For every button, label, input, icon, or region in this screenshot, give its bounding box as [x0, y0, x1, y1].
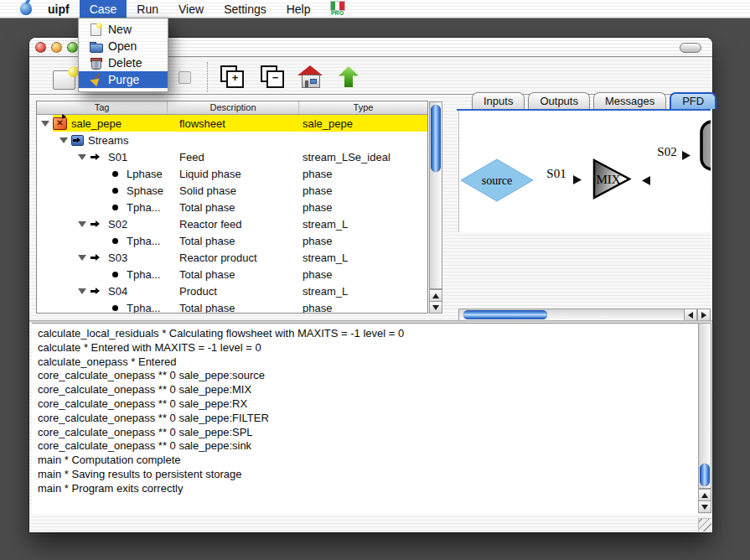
pfd-scroll-right-button[interactable]	[697, 309, 711, 321]
menu-item-delete[interactable]: Delete	[79, 54, 168, 71]
tree-header: Tag Description Type	[37, 101, 427, 115]
log-line: calculate_onepass * Entered	[38, 355, 698, 370]
table-row-s01[interactable]: S01 Feed stream_LSe_ideal	[37, 148, 427, 165]
log-scrollbar-thumb[interactable]	[700, 464, 710, 486]
tag-cell: Tpha...	[127, 235, 160, 247]
menu-item-open[interactable]: Open	[79, 38, 168, 54]
disclosure-triangle-icon[interactable]	[78, 288, 86, 294]
bullet-icon	[108, 184, 122, 197]
log-line: core_calculate_onepass ** 0 sale_pepe:SP…	[38, 426, 698, 440]
disclosure-triangle-icon[interactable]	[41, 121, 49, 127]
table-row-s03[interactable]: S03 Reactor product stream_L	[37, 249, 427, 266]
bullet-icon	[108, 201, 122, 214]
new-document-icon[interactable]	[53, 70, 75, 90]
menubar-item-run[interactable]: Run	[127, 0, 168, 18]
tag-cell: Lphase	[127, 168, 163, 180]
left-triangle-icon	[688, 312, 693, 319]
disclosure-triangle-icon[interactable]	[78, 221, 86, 227]
tree-scroll-down-button[interactable]	[429, 301, 442, 314]
expand-all-icon[interactable]	[220, 65, 244, 88]
close-button[interactable]	[35, 42, 46, 53]
toolbar-collapse-pill-button[interactable]	[680, 43, 701, 53]
table-row-lphase[interactable]: Lphase Liquid phase phase	[37, 165, 427, 182]
stream-arrow-icon	[90, 151, 104, 163]
log-scrollbar-track[interactable]	[698, 323, 711, 489]
log-scroll-up-button[interactable]	[698, 489, 711, 501]
description-cell: Solid phase	[179, 184, 236, 197]
log-output-panel: calculate_local_residuals * Calculating …	[32, 323, 698, 514]
menubar-item-case[interactable]: Case	[80, 0, 127, 18]
tab-outputs[interactable]: Outputs	[528, 92, 590, 109]
menubar-item-view[interactable]: View	[168, 0, 214, 18]
menubar-item-help[interactable]: Help	[277, 0, 321, 18]
flowsheet-icon	[53, 117, 67, 130]
disclosure-triangle-icon[interactable]	[78, 255, 86, 261]
streams-icon	[71, 135, 84, 146]
menu-item-purge[interactable]: Purge	[79, 71, 168, 88]
column-header-description[interactable]: Description	[168, 101, 299, 114]
stream-arrow-icon	[90, 218, 104, 231]
log-line: main * Program exits correctly	[38, 482, 698, 496]
table-row-s04[interactable]: S04 Product stream_L	[37, 283, 427, 299]
tag-cell: Streams	[88, 134, 128, 147]
type-cell: phase	[303, 302, 332, 314]
tag-cell: Tpha...	[127, 201, 160, 214]
pro-badge: PRO	[331, 10, 344, 17]
tag-cell: Tpha...	[127, 302, 160, 314]
tag-cell: S02	[108, 218, 127, 231]
up-arrow-icon[interactable]	[339, 66, 359, 87]
disabled-checkbox	[178, 71, 191, 84]
tree-body: sale_pepe flowsheet sale_pepe Streams S0…	[37, 115, 427, 314]
menubar-item-settings[interactable]: Settings	[214, 0, 277, 18]
bullet-icon	[108, 302, 122, 314]
table-row-s02[interactable]: S02 Reactor feed stream_L	[37, 215, 427, 232]
table-row-tpha-[interactable]: Tpha... Total phase phase	[37, 266, 427, 283]
tree-scroll-up-button[interactable]	[429, 289, 442, 302]
disclosure-triangle-icon[interactable]	[78, 154, 86, 160]
apple-menu-icon[interactable]	[20, 3, 32, 15]
tree-scrollbar-thumb[interactable]	[431, 105, 441, 172]
column-header-tag[interactable]: Tag	[37, 101, 168, 114]
case-menu-dropdown: New Open Delete Purge	[78, 18, 168, 92]
tree-scrollbar-track[interactable]	[429, 101, 442, 289]
resize-grip[interactable]	[698, 518, 711, 531]
zoom-button[interactable]	[67, 42, 78, 53]
pfd-scroll-left-button[interactable]	[684, 309, 697, 321]
table-row-tpha-[interactable]: Tpha... Total phase phase	[37, 199, 427, 215]
menubar: uipf Case Run View Settings Help PRO	[0, 0, 750, 18]
tab-inputs[interactable]: Inputs	[472, 92, 525, 109]
type-cell: stream_L	[303, 251, 348, 264]
tag-cell: sale_pepe	[71, 117, 122, 130]
home-icon[interactable]	[297, 65, 323, 88]
table-row-sale-pepe[interactable]: sale_pepe flowsheet sale_pepe	[37, 115, 427, 132]
menu-item-label: Open	[108, 39, 137, 53]
bullet-icon	[108, 235, 122, 247]
menu-delete-icon	[89, 56, 102, 70]
table-row-sphase[interactable]: Sphase Solid phase phase	[37, 182, 427, 199]
tab-messages[interactable]: Messages	[593, 92, 666, 109]
table-row-tpha-[interactable]: Tpha... Total phase phase	[37, 299, 427, 314]
log-line: calculate * Entered with MAXITS = -1 lev…	[38, 341, 698, 355]
pfd-scrollbar-thumb[interactable]	[463, 310, 547, 319]
type-cell: phase	[303, 201, 332, 214]
table-row-tpha-[interactable]: Tpha... Total phase phase	[37, 232, 427, 249]
tag-cell: S01	[108, 151, 127, 163]
menu-item-new[interactable]: New	[79, 21, 168, 38]
down-triangle-icon	[701, 505, 708, 510]
main-window: Tag Description Type sale_pepe flowsheet…	[29, 38, 712, 532]
partially-visible-node[interactable]	[701, 122, 711, 169]
column-header-type[interactable]: Type	[299, 101, 427, 114]
type-cell: sale_pepe	[303, 117, 353, 130]
pfd-horizontal-scrollbar[interactable]	[458, 309, 711, 321]
log-scroll-down-button[interactable]	[698, 500, 711, 513]
log-line: core_calculate_onepass ** 0 sale_pepe:MI…	[38, 383, 698, 397]
collapse-all-icon[interactable]	[261, 65, 284, 88]
tag-cell: S04	[108, 285, 127, 298]
disclosure-triangle-icon[interactable]	[59, 137, 68, 143]
description-cell: Feed	[179, 151, 204, 163]
bullet-icon	[108, 268, 122, 281]
table-row-streams[interactable]: Streams	[37, 132, 427, 148]
tab-pfd[interactable]: PFD	[670, 92, 716, 109]
menubar-item-uipf[interactable]: uipf	[38, 0, 80, 18]
minimize-button[interactable]	[51, 42, 62, 53]
